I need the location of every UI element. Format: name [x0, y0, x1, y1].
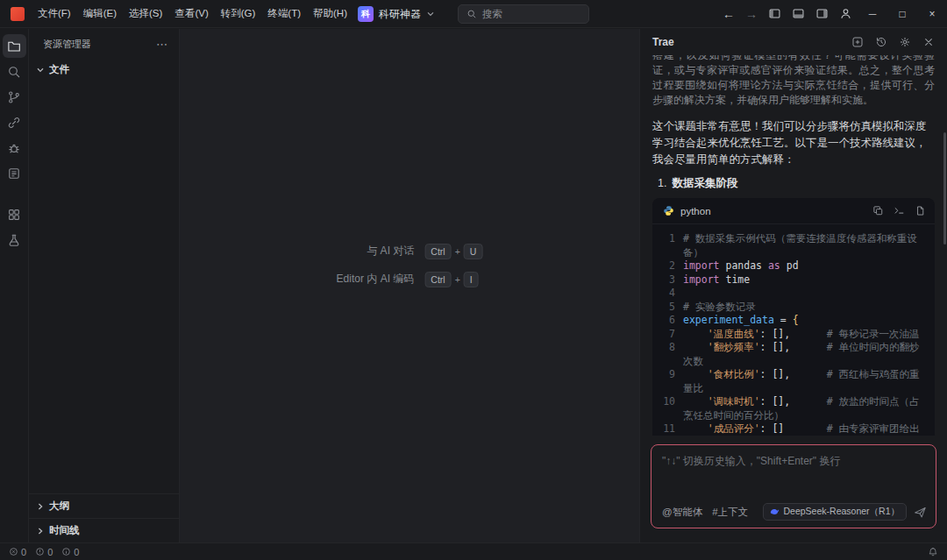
- code-body[interactable]: 1# 数据采集示例代码（需要连接温度传感器和称重设备）2import panda…: [652, 224, 935, 436]
- toggle-left-sidebar-icon[interactable]: [763, 0, 787, 27]
- new-chat-icon[interactable]: [851, 36, 864, 48]
- references-tab[interactable]: [3, 110, 26, 134]
- error-counter[interactable]: 0: [9, 547, 26, 557]
- close-button[interactable]: ×: [917, 0, 947, 28]
- sidebar-empty-space: [29, 81, 179, 493]
- extensions-tab[interactable]: [3, 202, 26, 226]
- send-icon[interactable]: [914, 506, 927, 519]
- account-icon[interactable]: [834, 0, 858, 27]
- copy-icon[interactable]: [872, 205, 884, 216]
- composer-right: DeepSeek-Reasoner（R1）: [763, 503, 927, 521]
- line-number: 5: [659, 301, 675, 315]
- code-line: 10 '调味时机': [], # 放盐的时间点（占烹饪总时间的百分比）: [659, 395, 926, 422]
- key-cap: U: [464, 244, 483, 259]
- line-number: 11: [659, 422, 675, 436]
- code-line: 8 '翻炒频率': [], # 单位时间内的翻炒次数: [659, 341, 926, 368]
- line-content: '翻炒频率': [], # 单位时间内的翻炒次数: [683, 341, 926, 368]
- context-mention[interactable]: #上下文: [712, 506, 748, 519]
- search-icon: [7, 65, 21, 79]
- close-panel-icon[interactable]: [922, 36, 935, 48]
- status-bar: 000: [0, 542, 947, 560]
- line-content: import pandas as pd: [683, 259, 926, 273]
- model-selector[interactable]: DeepSeek-Reasoner（R1）: [763, 503, 907, 521]
- key-cap: I: [464, 272, 479, 287]
- line-number: 2: [659, 259, 675, 273]
- global-search-box[interactable]: 搜索: [458, 4, 589, 24]
- files-section-header[interactable]: 文件: [29, 59, 179, 81]
- line-content: '食材比例': [], # 西红柿与鸡蛋的重量比: [683, 368, 926, 395]
- insert-terminal-icon[interactable]: [894, 205, 905, 216]
- source-control-tab[interactable]: [3, 85, 26, 109]
- python-icon: [663, 205, 674, 216]
- line-number: 6: [659, 314, 675, 328]
- deepseek-icon: [770, 507, 780, 517]
- sidebar-header: 资源管理器 ⋯: [29, 29, 179, 59]
- assistant-thinking-text: 搭建，以及如何验证模型的有效性？可能需要设计实验验证，或与专家评审或感官评价来验…: [652, 55, 935, 108]
- new-file-icon[interactable]: [915, 205, 926, 216]
- code-line: 7 '温度曲线': [], # 每秒记录一次油温: [659, 328, 926, 342]
- experiments-tab[interactable]: [3, 228, 26, 252]
- outline-section-header[interactable]: 大纲: [29, 493, 179, 518]
- settings-gear-icon[interactable]: [899, 36, 911, 48]
- panel-title: Trae: [652, 36, 674, 48]
- history-icon[interactable]: [875, 36, 887, 48]
- more-actions-icon[interactable]: ⋯: [156, 38, 168, 51]
- model-name: DeepSeek-Reasoner（R1）: [784, 506, 900, 518]
- code-line: 5# 实验参数记录: [659, 301, 926, 315]
- maximize-button[interactable]: □: [887, 0, 917, 28]
- plus-separator: +: [455, 246, 460, 257]
- timeline-section-header[interactable]: 时间线: [29, 518, 179, 542]
- key-cap: Ctrl: [424, 272, 451, 287]
- titlebar: 文件(F)编辑(E)选择(S)查看(V)转到(G)终端(T)帮助(H) 科 科研…: [0, 0, 947, 28]
- editor-area[interactable]: 与 AI 对话Ctrl+UEditor 内 AI 编码Ctrl+I: [180, 29, 639, 542]
- code-line: 11 '成品评分': [] # 由专家评审团给出的1-10分: [659, 422, 926, 436]
- hint-keys: Ctrl+I: [424, 272, 482, 287]
- titlebar-right: ← → ─ □ ×: [717, 0, 947, 27]
- ai-chat-panel: Trae 搭建，以及如何验证模型的有效性？可能需要设计实验验证，或与专家评审或感…: [639, 29, 947, 542]
- bell-icon[interactable]: [928, 547, 938, 557]
- list-item: 1. 数据采集阶段: [658, 176, 935, 191]
- outline-section-label: 大纲: [49, 500, 69, 513]
- workspace-switcher[interactable]: 科 科研神器: [358, 6, 435, 22]
- line-content: '温度曲线': [], # 每秒记录一次油温: [683, 328, 926, 342]
- explorer-sidebar: 资源管理器 ⋯ 文件 大纲 时间线: [29, 29, 180, 542]
- chat-input-box[interactable]: "↑↓" 切换历史输入，"Shift+Enter" 换行 @智能体 #上下文 D…: [651, 444, 936, 528]
- chevron-down-icon: [426, 10, 435, 18]
- toggle-right-sidebar-icon[interactable]: [810, 0, 834, 27]
- explorer-tab[interactable]: [3, 34, 26, 58]
- plus-separator: +: [455, 274, 460, 285]
- agent-mention[interactable]: @智能体: [662, 506, 702, 519]
- hint-keys: Ctrl+U: [424, 244, 482, 259]
- notebook-tab[interactable]: [3, 161, 26, 185]
- activity-bar: [0, 29, 29, 542]
- debug-tab[interactable]: [3, 136, 26, 159]
- files-section-label: 文件: [49, 63, 69, 76]
- key-cap: Ctrl: [424, 244, 451, 259]
- panel-actions: [851, 36, 935, 48]
- warning-counter[interactable]: 0: [35, 547, 53, 557]
- line-number: 1: [659, 232, 675, 259]
- app-window: 文件(F)编辑(E)选择(S)查看(V)转到(G)终端(T)帮助(H) 科 科研…: [0, 0, 947, 560]
- info-counter[interactable]: 0: [61, 547, 79, 557]
- forward-button[interactable]: →: [740, 0, 763, 27]
- line-number: 10: [659, 395, 675, 422]
- assistant-message: 这个课题非常有意思！我们可以分步骤将仿真模拟和深度学习结合起来优化烹饪工艺。以下…: [652, 118, 935, 168]
- grid-icon: [7, 208, 21, 222]
- problems-summary[interactable]: 000: [9, 547, 79, 557]
- chat-input-placeholder: "↑↓" 切换历史输入，"Shift+Enter" 换行: [662, 454, 927, 503]
- code-block-header: python: [652, 198, 935, 224]
- back-button[interactable]: ←: [717, 0, 740, 27]
- chat-scroll-area[interactable]: 搭建，以及如何验证模型的有效性？可能需要设计实验验证，或与专家评审或感官评价来验…: [640, 55, 947, 436]
- hint-label: 与 AI 对话: [337, 244, 415, 259]
- line-content: import time: [683, 273, 926, 287]
- search-tab[interactable]: [3, 60, 26, 83]
- workspace-icon: 科: [358, 6, 374, 22]
- scrollbar-thumb[interactable]: [943, 132, 946, 245]
- line-number: 8: [659, 341, 675, 368]
- line-content: [683, 287, 926, 301]
- line-number: 7: [659, 328, 675, 342]
- keyboard-hints: 与 AI 对话Ctrl+UEditor 内 AI 编码Ctrl+I: [337, 244, 483, 287]
- minimize-button[interactable]: ─: [858, 0, 887, 28]
- toggle-panel-icon[interactable]: [787, 0, 810, 27]
- code-line: 1# 数据采集示例代码（需要连接温度传感器和称重设备）: [659, 232, 926, 259]
